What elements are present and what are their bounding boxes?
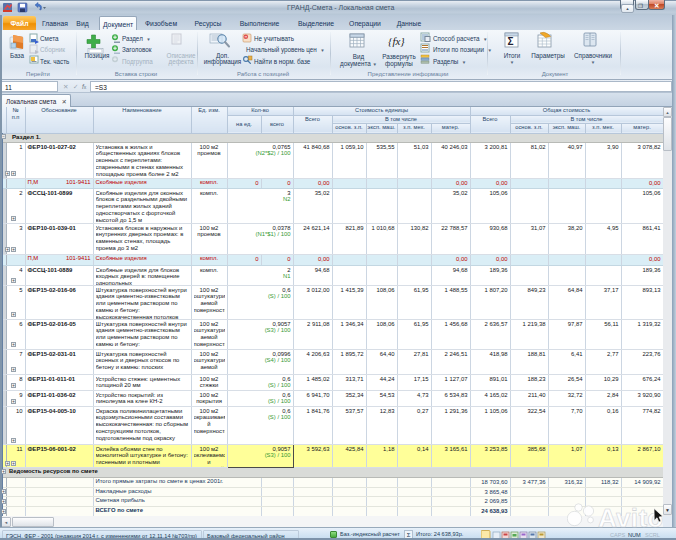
svg-text:Avito: Avito — [598, 503, 664, 533]
